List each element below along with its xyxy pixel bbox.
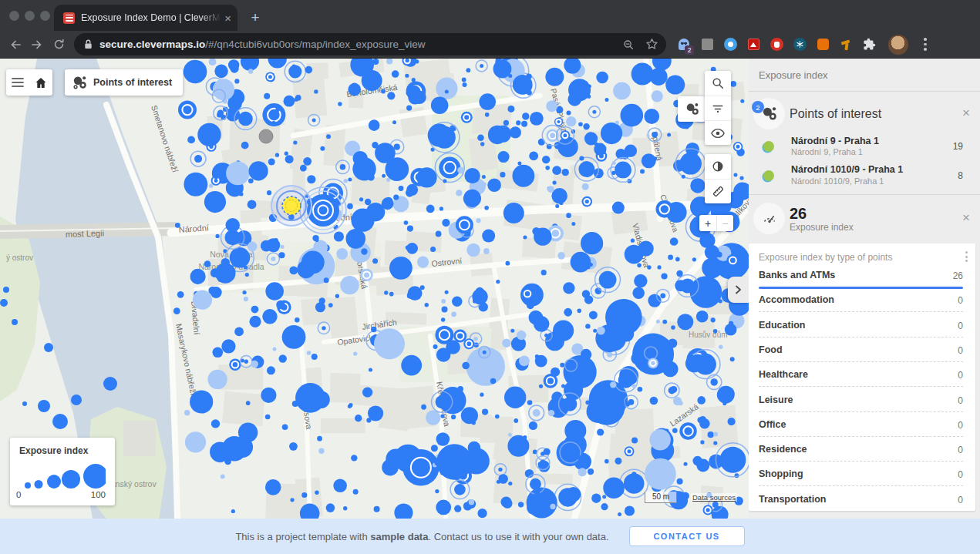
browser-menu-icon[interactable] (924, 38, 927, 51)
poi-item-title[interactable]: Národní 9 - Praha 1 (791, 136, 879, 146)
poi-section-title: Points of interest (790, 107, 881, 121)
hamburger-icon (12, 77, 24, 88)
home-button[interactable] (29, 69, 52, 96)
breakdown-row-value: 0 (958, 469, 963, 480)
map-canvas[interactable]: most LegiiNárodníNárodníNová scénaNárodn… (0, 59, 749, 519)
measure-button[interactable] (705, 179, 731, 203)
tab-title: Exposure Index Demo | CleverM (81, 12, 221, 23)
legend-bubbles (19, 459, 106, 492)
adblock-hand-extension-icon[interactable] (770, 38, 783, 52)
acrobat-extension-icon[interactable] (746, 38, 760, 52)
sidebar: Exposure index 2 Points of interest × Ná… (749, 59, 980, 519)
url-bar[interactable]: secure.clevermaps.io/#/qn4ctubi6vub0ors/… (74, 33, 666, 55)
divider (749, 194, 980, 195)
inactive-point[interactable] (259, 129, 273, 143)
ruler-icon (712, 185, 725, 198)
poi-item-subtitle: Národní 1010/9, Praha 1 (791, 176, 884, 186)
breakdown-row[interactable]: Transportation0 (749, 487, 975, 511)
fox-extension-icon[interactable] (816, 38, 830, 52)
snowflake-extension-icon[interactable] (793, 38, 807, 52)
legend-min: 0 (16, 490, 21, 499)
zoom-page-icon[interactable] (622, 39, 635, 51)
zoom-control: + − (699, 215, 733, 231)
ghost-extension-icon[interactable]: 2 (677, 38, 691, 52)
chevron-right-icon (735, 285, 742, 294)
profile-avatar[interactable] (888, 35, 908, 55)
zoom-out-button[interactable]: − (716, 215, 733, 231)
new-tab-button[interactable]: + (245, 8, 265, 28)
sidebar-expand-handle[interactable] (728, 277, 749, 303)
kebab-menu-icon[interactable] (965, 251, 968, 262)
breakdown-row-label: Education (759, 320, 805, 331)
selected-point[interactable] (271, 186, 312, 226)
home-icon (35, 77, 47, 89)
reload-icon (52, 38, 66, 51)
blue-circle-extension-icon[interactable] (723, 38, 737, 52)
tool-extension-icon[interactable] (839, 38, 853, 52)
breakdown-row-value: 0 (958, 445, 963, 455)
breakdown-row-label: Shopping (759, 468, 803, 479)
poi-item-title[interactable]: Národní 1010/9 - Praha 1 (791, 164, 903, 175)
exposure-index-value: 26 (790, 205, 807, 223)
filter-button[interactable] (705, 96, 731, 120)
points-of-interest-chip[interactable]: Points of interest (65, 69, 183, 96)
breakdown-row[interactable]: Leisure0 (749, 388, 975, 412)
breakdown-row-value: 0 (958, 420, 963, 431)
poi-item-value: 8 (958, 170, 963, 181)
breakdown-row-label: Banks and ATMs (759, 270, 835, 280)
points-cluster-icon (685, 102, 699, 116)
search-button[interactable] (705, 71, 731, 96)
traffic-light-zoom[interactable] (40, 11, 50, 21)
browser-tabstrip: Exposure Index Demo | CleverM × + (0, 0, 980, 31)
breakdown-row[interactable]: Healthcare0 (749, 362, 975, 387)
forward-button[interactable] (26, 34, 48, 55)
divider (749, 91, 980, 92)
contact-us-button[interactable]: CONTACT US (629, 526, 745, 546)
menu-button[interactable] (6, 69, 29, 96)
breakdown-row[interactable]: Education0 (749, 313, 975, 337)
map-style-card (705, 154, 731, 203)
breakdown-row[interactable]: Residence0 (749, 437, 975, 462)
breakdown-row-value: 0 (958, 495, 963, 505)
poi-item-value: 19 (953, 141, 963, 152)
back-button[interactable] (5, 34, 26, 55)
tab-close-icon[interactable]: × (224, 12, 231, 24)
visibility-button[interactable] (705, 120, 731, 145)
browser-toolbar: secure.clevermaps.io/#/qn4ctubi6vub0ors/… (0, 31, 980, 59)
breakdown-row-label: Food (759, 344, 783, 355)
breakdown-row[interactable]: Office0 (749, 412, 975, 437)
url-path: /#/qn4ctubi6vub0ors/map/index_exposure_v… (205, 39, 425, 50)
breakdown-row[interactable]: Shopping0 (749, 462, 975, 486)
eye-icon (711, 128, 725, 139)
template-banner: This is a project template with sample d… (0, 519, 980, 554)
data-sources-link[interactable]: Data sources (691, 493, 737, 502)
breakdown-row-value: 0 (958, 370, 963, 381)
search-icon (712, 77, 724, 89)
map-nav-card (6, 69, 52, 96)
breakdown-row[interactable]: Food0 (749, 337, 975, 362)
map-label: most Legii (66, 228, 105, 239)
breakdown-row[interactable]: Banks and ATMs26 (749, 263, 975, 287)
breakdown-row-label: Office (759, 419, 786, 430)
browser-tab[interactable]: Exposure Index Demo | CleverM × (54, 5, 237, 31)
traffic-light-minimize[interactable] (25, 11, 35, 21)
map-tools-card (705, 71, 731, 145)
reload-button[interactable] (48, 34, 69, 55)
contrast-button[interactable] (705, 154, 731, 179)
traffic-light-close[interactable] (9, 11, 19, 21)
bookmark-star-icon[interactable] (645, 38, 658, 51)
map-label: Smetanovo nábřeží (150, 104, 180, 173)
breakdown-row[interactable]: Accommodation0 (749, 287, 975, 312)
breakdown-row-value: 0 (958, 321, 963, 331)
poi-layer-button[interactable] (678, 96, 706, 122)
poi-count-badge: 2 (752, 101, 764, 113)
breakdown-row-label: Leisure (759, 395, 793, 405)
extensions-puzzle-icon[interactable] (862, 38, 876, 52)
screen: Exposure Index Demo | CleverM × + secure… (0, 0, 980, 554)
legend-title: Exposure index (19, 445, 106, 456)
close-poi-icon[interactable]: × (962, 108, 970, 119)
exposure-index-label: Exposure index (790, 222, 854, 233)
close-indicator-icon[interactable]: × (962, 213, 970, 223)
zoom-in-button[interactable]: + (699, 215, 716, 231)
screenshot-extension-icon[interactable] (700, 38, 714, 52)
